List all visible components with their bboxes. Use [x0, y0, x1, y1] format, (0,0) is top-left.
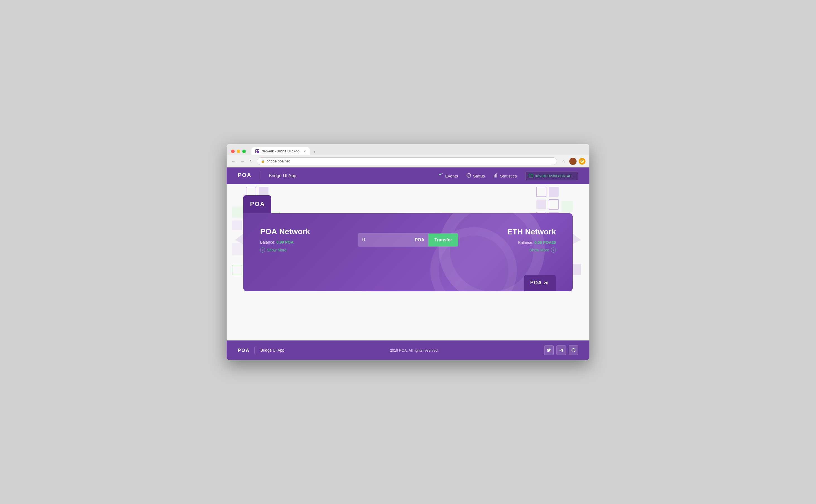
eth-show-more-label: Show More: [529, 248, 549, 252]
statistics-label: Statistics: [500, 174, 517, 178]
poa-network-word: Network: [279, 227, 310, 236]
nav-divider: [259, 172, 259, 180]
browser-tabs: Network - Bridge UI dApp ✕ +: [251, 147, 585, 155]
nav-logo-text: POA: [238, 172, 252, 180]
svg-point-6: [467, 173, 471, 177]
poa-network-section: POA Network Balance: 0.99 POA i Show Mor…: [260, 227, 358, 253]
bridge-networks: POA Network Balance: 0.99 POA i Show Mor…: [260, 227, 556, 253]
svg-rect-2: [256, 152, 257, 153]
tab-favicon: [255, 149, 259, 153]
new-tab-button[interactable]: +: [311, 149, 317, 155]
tab-title: Network - Bridge UI dApp: [261, 149, 299, 153]
back-button[interactable]: ←: [231, 159, 237, 164]
extension-icon[interactable]: [579, 158, 585, 165]
app-content: POA Bridge UI App Events: [227, 167, 589, 360]
eth-balance: Balance: 0.00 POA20: [458, 240, 556, 245]
telegram-button[interactable]: [556, 345, 566, 355]
poa-balance: Balance: 0.99 POA: [260, 240, 358, 244]
poa-show-more-label: Show More: [267, 248, 287, 252]
nav-app-name: Bridge UI App: [269, 173, 296, 178]
transfer-section: POA Transfer: [358, 233, 458, 247]
maximize-traffic-light[interactable]: [242, 150, 246, 153]
nav-logo: POA Bridge UI App: [238, 172, 296, 180]
poa-bold: POA: [260, 227, 277, 236]
eth-balance-label: Balance:: [518, 240, 534, 245]
status-nav-link[interactable]: Status: [466, 173, 485, 179]
wallet-address[interactable]: 0x61BFD230F8C614C...: [525, 172, 578, 180]
svg-text:POA: POA: [250, 200, 265, 207]
svg-text:POA: POA: [530, 280, 542, 285]
events-label: Events: [445, 174, 458, 178]
github-button[interactable]: [569, 345, 578, 355]
svg-rect-9: [496, 173, 497, 177]
active-tab[interactable]: Network - Bridge UI dApp ✕: [251, 147, 310, 155]
forward-button[interactable]: →: [239, 159, 246, 164]
status-icon: [466, 173, 471, 179]
eth-balance-value: 0.00 POA20: [534, 240, 556, 245]
main-content: POA POA Network Balance: 0.99: [227, 184, 589, 340]
events-nav-link[interactable]: Events: [438, 173, 458, 179]
svg-rect-11: [532, 176, 532, 176]
wallet-address-text: 0x61BFD230F8C614C...: [535, 174, 575, 178]
bridge-card: POA Network Balance: 0.99 POA i Show Mor…: [243, 213, 573, 291]
copyright-text: 2018 POA. All rights reserved.: [390, 348, 439, 352]
svg-rect-8: [495, 174, 496, 177]
user-avatar[interactable]: [569, 158, 577, 165]
svg-text:POA: POA: [238, 348, 249, 353]
poa-info-icon: i: [260, 248, 265, 253]
poa-network-title: POA Network: [260, 227, 358, 236]
eth-bold: ETH: [507, 227, 523, 236]
footer-social: [544, 345, 578, 355]
svg-rect-16: [232, 207, 243, 218]
toolbar-actions: ☆: [560, 158, 585, 165]
tab-close-button[interactable]: ✕: [303, 150, 306, 153]
svg-text:20: 20: [544, 281, 549, 285]
bookmark-icon[interactable]: ☆: [560, 158, 567, 165]
close-traffic-light[interactable]: [231, 150, 235, 153]
browser-window: Network - Bridge UI dApp ✕ + ← → ↻ 🔒 bri…: [227, 144, 589, 360]
app-footer: POA Bridge UI App 2018 POA. All rights r…: [227, 340, 589, 360]
poa20-logo: POA 20: [524, 275, 556, 291]
transfer-amount-input[interactable]: [358, 233, 411, 247]
poa20-text: POA 20: [530, 279, 550, 287]
svg-rect-1: [258, 150, 259, 151]
eth-info-icon: i: [551, 248, 556, 253]
svg-rect-0: [256, 150, 257, 151]
svg-rect-7: [494, 175, 495, 177]
reload-button[interactable]: ↻: [248, 159, 254, 164]
status-label: Status: [473, 174, 485, 178]
statistics-icon: [493, 173, 498, 179]
eth-show-more[interactable]: Show More i: [529, 248, 556, 253]
eth-network-word: Network: [525, 227, 556, 236]
bridge-container: POA POA Network Balance: 0.99: [243, 195, 573, 291]
svg-rect-23: [232, 243, 245, 255]
app-nav: POA Bridge UI App Events: [227, 167, 589, 184]
url-text: bridge.poa.net: [267, 159, 290, 163]
browser-titlebar: Network - Bridge UI dApp ✕ +: [227, 144, 589, 155]
address-bar[interactable]: 🔒 bridge.poa.net: [257, 157, 557, 165]
wallet-icon: [529, 174, 533, 178]
svg-rect-20: [232, 220, 242, 230]
footer-copyright: 2018 POA. All rights reserved.: [284, 348, 544, 352]
twitter-button[interactable]: [544, 345, 554, 355]
svg-rect-28: [232, 265, 242, 275]
minimize-traffic-light[interactable]: [237, 150, 240, 153]
browser-toolbar: ← → ↻ 🔒 bridge.poa.net ☆: [227, 155, 589, 167]
footer-app-name: Bridge UI App: [260, 348, 284, 352]
poa-show-more[interactable]: i Show More: [260, 248, 287, 253]
poa-balance-value: 0.99 POA: [276, 240, 293, 244]
bridge-header-logo: POA: [243, 195, 271, 213]
svg-rect-10: [529, 174, 533, 177]
statistics-nav-link[interactable]: Statistics: [493, 173, 517, 179]
transfer-currency-label: POA: [411, 237, 428, 243]
nav-links: Events Status: [438, 172, 578, 180]
svg-point-4: [582, 161, 583, 162]
footer-logo: POA Bridge UI App: [238, 347, 284, 354]
lock-icon: 🔒: [261, 159, 265, 163]
transfer-button[interactable]: Transfer: [428, 234, 458, 246]
poa-balance-label: Balance:: [260, 240, 276, 244]
traffic-lights: [231, 150, 246, 153]
transfer-input-row: POA Transfer: [358, 233, 458, 247]
eth-network-title: ETH Network: [458, 227, 556, 236]
eth-network-section: ETH Network Balance: 0.00 POA20 Show Mor…: [458, 227, 556, 253]
